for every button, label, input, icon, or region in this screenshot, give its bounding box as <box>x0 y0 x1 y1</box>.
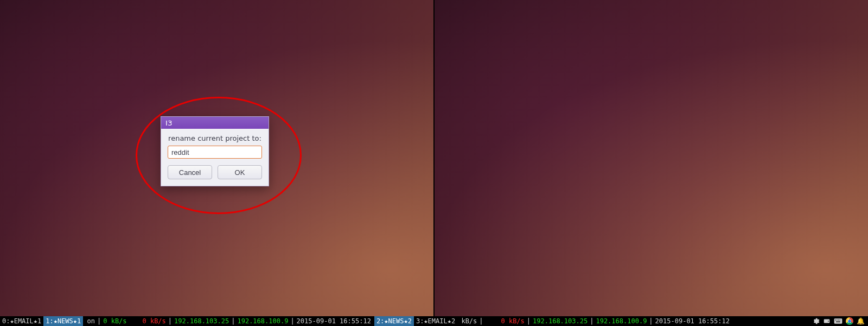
chrome-icon[interactable] <box>846 317 853 325</box>
vpn-text: on <box>87 317 95 325</box>
separator: | <box>647 316 655 326</box>
dialog-buttons: Cancel OK <box>168 165 262 179</box>
separator: | <box>477 316 485 326</box>
rename-dialog: I3 rename current project to: Cancel OK <box>161 116 269 186</box>
workspace-email-2[interactable]: 3:★EMAIL★2 <box>414 316 457 326</box>
workspace-news-2[interactable]: 2:★NEWS★2 <box>374 316 414 326</box>
rename-input[interactable] <box>168 146 262 159</box>
net-up-left: 0 kB/s <box>142 316 165 326</box>
clock-left: 2015-09-01 16:55:12 <box>297 316 371 326</box>
net-down-left: 0 kB/s <box>103 316 126 326</box>
svg-rect-7 <box>836 322 840 322</box>
svg-rect-5 <box>838 319 839 320</box>
separator: | <box>588 316 596 326</box>
notification-icon[interactable]: 🔔 <box>857 316 865 326</box>
hdd-icon[interactable] <box>823 317 831 325</box>
separator: | <box>288 316 296 326</box>
workspace-news-1[interactable]: 1:★NEWS★1 <box>43 316 83 326</box>
kbs-label-right: kB/s <box>457 316 477 326</box>
ip-a-right: 192.168.103.25 <box>533 316 588 326</box>
separator: | <box>229 316 237 326</box>
desktops: I3 rename current project to: Cancel OK <box>0 0 868 316</box>
status-bar: 0:★EMAIL★1 1:★NEWS★1 on | 0 kB/s 0 kB/s … <box>0 316 868 326</box>
ok-button[interactable]: OK <box>218 165 262 179</box>
keyboard-icon[interactable] <box>834 317 843 325</box>
dialog-title: I3 <box>161 117 269 129</box>
desktop-left: I3 rename current project to: Cancel OK <box>0 0 433 316</box>
vpn-status-left: on <box>83 316 95 326</box>
svg-point-1 <box>828 321 829 322</box>
dialog-body: rename current project to: Cancel OK <box>161 129 269 186</box>
svg-rect-3 <box>835 319 836 320</box>
svg-rect-2 <box>834 318 843 323</box>
separator: | <box>525 316 533 326</box>
svg-rect-4 <box>837 319 837 320</box>
separator: | <box>95 316 103 326</box>
system-tray: 🔔 <box>812 316 868 326</box>
desktop-right <box>435 0 868 316</box>
svg-rect-6 <box>840 319 840 320</box>
workspace-email-1[interactable]: 0:★EMAIL★1 <box>0 316 43 326</box>
net-up-right: 0 kB/s <box>501 316 524 326</box>
cancel-button[interactable]: Cancel <box>168 165 212 179</box>
ip-b-right: 192.168.100.9 <box>596 316 647 326</box>
dialog-label: rename current project to: <box>168 134 262 142</box>
separator: | <box>166 316 174 326</box>
clock-right: 2015-09-01 16:55:12 <box>655 316 730 326</box>
settings-icon[interactable] <box>812 317 820 325</box>
ip-a-left: 192.168.103.25 <box>174 316 229 326</box>
ip-b-left: 192.168.100.9 <box>237 316 288 326</box>
